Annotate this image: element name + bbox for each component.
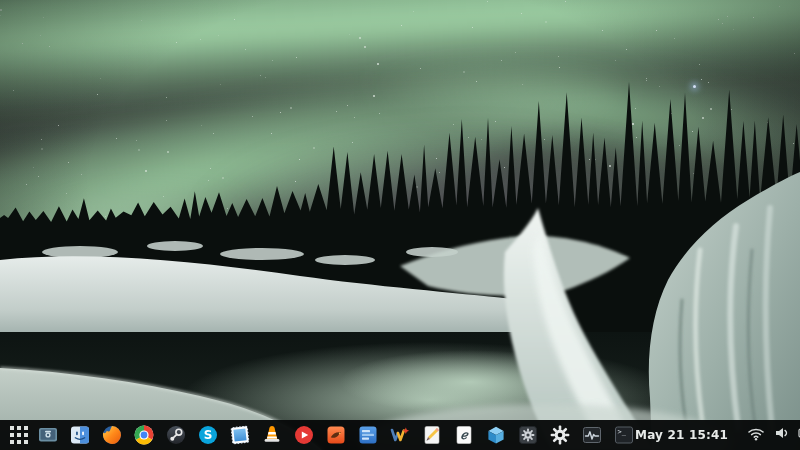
dock-item-screenshot[interactable] [36, 424, 59, 447]
dock-item-vlc[interactable] [260, 424, 283, 447]
panel-right: May 21 15:41 [635, 425, 800, 445]
tray-network[interactable] [747, 425, 765, 445]
svg-text:S: S [203, 428, 212, 442]
vlc-cone-icon [261, 424, 283, 446]
clock[interactable]: May 21 15:41 [635, 428, 728, 442]
svg-text:>_: >_ [617, 428, 626, 436]
system-monitor-icon [581, 424, 603, 446]
dock-item-firefox[interactable] [100, 424, 123, 447]
chrome-icon [133, 424, 155, 446]
dock-item-files[interactable] [68, 424, 91, 447]
pencil-document-icon [421, 424, 443, 446]
dock-item-chrome[interactable] [132, 424, 155, 447]
dock-item-youtube[interactable] [292, 424, 315, 447]
dock-item-notes[interactable]: ℯ [452, 424, 475, 447]
file-manager-icon [69, 424, 91, 446]
dock-item-tweaks[interactable] [516, 424, 539, 447]
dock-item-settings[interactable] [548, 424, 571, 447]
firefox-icon [101, 424, 123, 446]
orange-bird-app-icon [325, 424, 347, 446]
gear-icon [549, 424, 571, 446]
dock-item-orange-app[interactable] [324, 424, 347, 447]
tray-volume[interactable] [774, 425, 789, 445]
dock-item-office[interactable] [388, 424, 411, 447]
blue-document-app-icon [357, 424, 379, 446]
script-document-icon: ℯ [453, 424, 475, 446]
dock: Sℯ>_ [36, 424, 635, 447]
system-tray [747, 425, 800, 445]
dark-gear-tile-icon [517, 424, 539, 446]
office-w-icon [389, 424, 411, 446]
dock-item-terminal[interactable]: >_ [612, 424, 635, 447]
steam-icon [165, 424, 187, 446]
wifi-icon [747, 425, 765, 445]
dock-item-skype[interactable]: S [196, 424, 219, 447]
speaker-icon [774, 425, 789, 445]
dock-item-system-monitor[interactable] [580, 424, 603, 447]
youtube-icon [293, 424, 315, 446]
dock-item-documents[interactable] [356, 424, 379, 447]
app-launcher-button[interactable] [10, 426, 28, 444]
mail-stamp-icon [229, 424, 251, 446]
landscape [0, 0, 800, 450]
screenshot-tool-icon [37, 424, 59, 446]
blue-cube-icon [485, 424, 507, 446]
desktop-wallpaper [0, 0, 800, 450]
dock-item-mail[interactable] [228, 424, 251, 447]
taskbar: Sℯ>_ May 21 15:41 [0, 420, 800, 450]
dock-item-steam[interactable] [164, 424, 187, 447]
terminal-icon: >_ [613, 424, 635, 446]
desktop: Sℯ>_ May 21 15:41 [0, 0, 800, 450]
skype-icon: S [197, 424, 219, 446]
dock-item-boxes[interactable] [484, 424, 507, 447]
dock-item-text-editor[interactable] [420, 424, 443, 447]
